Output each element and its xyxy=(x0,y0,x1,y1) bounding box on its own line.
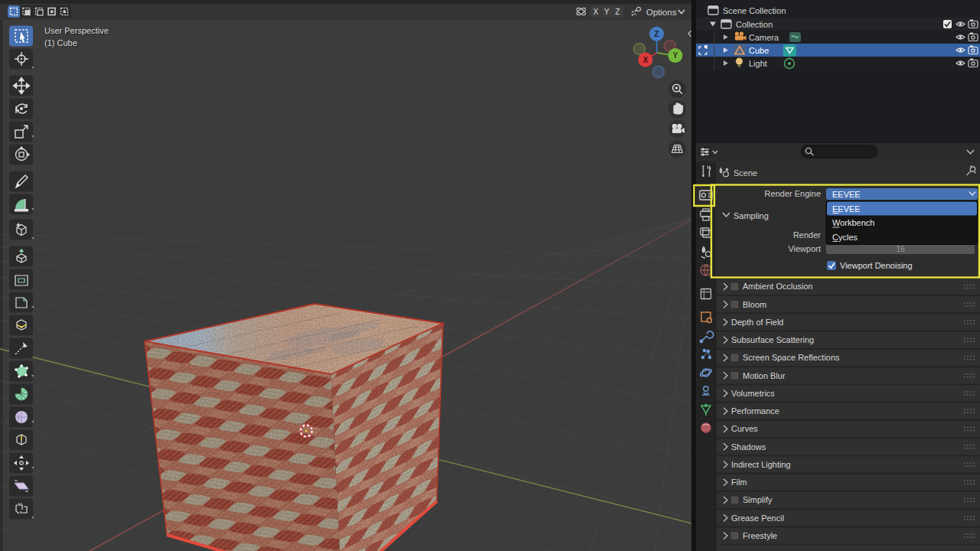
svg-text:Scene: Scene xyxy=(733,168,757,178)
svg-text:Subsurface Scattering: Subsurface Scattering xyxy=(731,335,814,344)
svg-text:Screen Space Reflections: Screen Space Reflections xyxy=(743,353,840,362)
svg-text:Workbench: Workbench xyxy=(832,218,874,227)
svg-text:Motion Blur: Motion Blur xyxy=(743,371,786,380)
svg-text:Options: Options xyxy=(646,8,677,17)
svg-text:Bloom: Bloom xyxy=(743,300,766,309)
svg-text:Shadows: Shadows xyxy=(731,442,766,452)
svg-text:Viewport: Viewport xyxy=(788,244,821,253)
svg-text:Sampling: Sampling xyxy=(733,211,769,220)
svg-text:Volumetrics: Volumetrics xyxy=(731,389,775,398)
svg-text:Indirect Lighting: Indirect Lighting xyxy=(731,460,791,469)
svg-text:Performance: Performance xyxy=(731,406,779,416)
svg-text:Film: Film xyxy=(731,478,747,487)
svg-text:X: X xyxy=(643,56,648,64)
svg-text:Simplify: Simplify xyxy=(743,495,773,504)
svg-text:Camera: Camera xyxy=(749,33,779,42)
svg-text:Cycles: Cycles xyxy=(832,233,858,242)
svg-text:Y: Y xyxy=(604,8,609,16)
svg-text:Depth of Field: Depth of Field xyxy=(731,318,783,327)
svg-text:Viewport Denoising: Viewport Denoising xyxy=(840,261,913,270)
svg-text:Collection: Collection xyxy=(736,20,773,29)
svg-text:Z: Z xyxy=(655,30,659,38)
svg-text:Cube: Cube xyxy=(749,46,769,55)
svg-text:Grease Pencil: Grease Pencil xyxy=(731,514,784,523)
svg-text:Curves: Curves xyxy=(731,424,758,433)
svg-text:Render: Render xyxy=(793,230,821,240)
svg-text:Scene Collection: Scene Collection xyxy=(723,6,786,15)
svg-text:EEVEE: EEVEE xyxy=(832,204,861,214)
svg-text:X: X xyxy=(593,8,599,16)
svg-text:Render Engine: Render Engine xyxy=(765,189,821,198)
svg-text:Ambient Occlusion: Ambient Occlusion xyxy=(743,282,813,291)
svg-text:Z: Z xyxy=(616,8,620,16)
svg-text:EEVEE: EEVEE xyxy=(832,190,861,199)
svg-text:Freestyle: Freestyle xyxy=(743,531,777,540)
svg-text:Y: Y xyxy=(673,51,678,60)
svg-text:Light: Light xyxy=(749,59,767,68)
svg-text:16: 16 xyxy=(896,244,905,253)
